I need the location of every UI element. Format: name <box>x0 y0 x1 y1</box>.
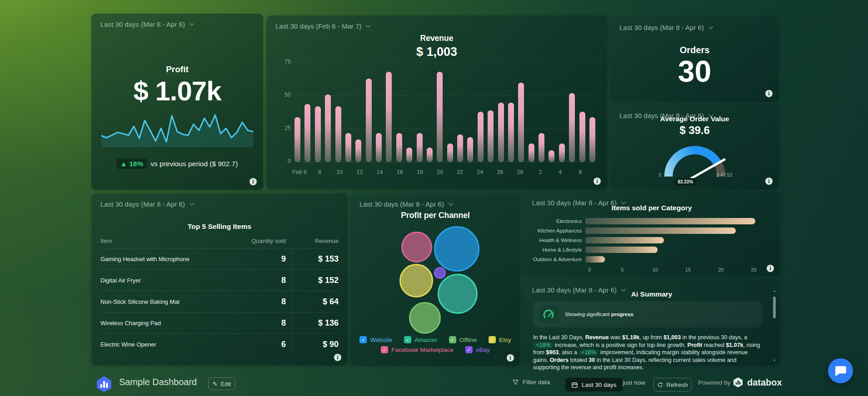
revenue-bar[interactable] <box>376 133 382 162</box>
table-row: Digital Air Fryer8$ 152 <box>100 269 339 291</box>
column-header-revenue: Revenue <box>292 233 339 248</box>
legend-item-ebay[interactable]: ✓eBay <box>465 346 490 353</box>
text-segment: Showing significant <box>565 312 611 317</box>
legend-item-website[interactable]: ✓Website <box>359 336 392 343</box>
revenue-bar[interactable] <box>498 103 504 162</box>
refresh-button[interactable]: Refresh <box>653 378 692 391</box>
revenue-bar[interactable] <box>508 103 514 162</box>
revenue-value: $ 1,003 <box>266 45 607 59</box>
category-bar-track <box>585 228 768 234</box>
global-date-range-button[interactable]: Last 30 days <box>565 378 623 391</box>
revenue-bar[interactable] <box>478 112 484 162</box>
databox-brand-link[interactable]: databox <box>733 377 782 388</box>
channel-bubble-amazon[interactable] <box>438 274 478 314</box>
scrollbar-thumb[interactable] <box>773 297 776 318</box>
revenue-bar[interactable] <box>467 137 473 162</box>
channel-bubble-website[interactable] <box>434 226 479 272</box>
footer-bar: Sample Dashboard ✎ Edit Filter data Last… <box>0 372 868 396</box>
top5-title: Top 5 Selling Items <box>91 223 348 231</box>
revenue-bar[interactable] <box>335 106 341 162</box>
revenue-bar[interactable] <box>569 93 575 162</box>
revenue-bar[interactable] <box>579 112 585 162</box>
category-bar[interactable] <box>585 218 755 224</box>
category-xtick-label: 0 <box>588 267 591 272</box>
revenue-bar[interactable] <box>518 83 524 162</box>
revenue-bar[interactable] <box>417 133 423 162</box>
category-bar[interactable] <box>585 237 664 243</box>
category-bar[interactable] <box>585 247 657 253</box>
top5-date-range-selector[interactable]: Last 30 days (Mar 8 - Apr 6) <box>100 200 193 208</box>
cell-revenue: $ 64 <box>292 291 339 312</box>
cell-item: Electric Wine Opener <box>100 341 241 348</box>
revenue-bar[interactable] <box>294 117 300 162</box>
revenue-bar[interactable] <box>386 72 392 162</box>
revenue-bar[interactable] <box>355 139 361 162</box>
info-icon[interactable]: i <box>249 178 257 185</box>
revenue-plot: 0255075 <box>294 63 595 162</box>
bar-chart-hexagon-icon <box>95 376 113 393</box>
channel-bubble-facebook-marketplace[interactable] <box>401 232 432 262</box>
scroll-down-arrow[interactable]: ▼ <box>772 359 777 362</box>
chevron-down-icon <box>190 201 194 205</box>
edit-button[interactable]: ✎ Edit <box>208 377 235 390</box>
average-order-value-card: Last 30 days (Mar 8 - Apr 6) Average Ord… <box>610 105 779 189</box>
info-icon[interactable]: i <box>594 178 601 185</box>
calendar-icon <box>572 382 578 388</box>
revenue-bar[interactable] <box>529 144 534 162</box>
aov-gauge: 0 $ 47.52 83.33% <box>656 139 733 182</box>
revenue-bar[interactable] <box>549 150 554 162</box>
revenue-bar[interactable] <box>589 117 595 162</box>
gauge-min-label: 0 <box>659 172 662 178</box>
text-segment: increase, which is a positive sign for t… <box>553 342 687 348</box>
channels-title: Profit per Channel <box>350 211 520 220</box>
chevron-down-icon <box>708 24 713 29</box>
orders-date-range-selector[interactable]: Last 30 days (Mar 8 - Apr 6) <box>619 24 712 31</box>
revenue-bar[interactable] <box>325 94 331 162</box>
checkbox-checked-icon: ✓ <box>359 336 367 343</box>
scroll-up-arrow[interactable]: ▲ <box>772 289 777 292</box>
legend-item-etsy[interactable]: ✓Etsy <box>489 336 511 343</box>
cell-quantity: 8 <box>241 297 292 307</box>
cell-item: Wireless Charging Pad <box>100 320 241 327</box>
filter-label: Filter data <box>523 379 550 386</box>
revenue-bar[interactable] <box>315 106 321 162</box>
chat-widget-button[interactable] <box>828 358 853 383</box>
channel-bubble-etsy[interactable] <box>399 264 433 297</box>
revenue-bar[interactable] <box>539 133 544 162</box>
channel-bubble-ebay[interactable] <box>434 267 446 279</box>
revenue-date-range-selector[interactable]: Last 30 days (Feb 6 - Mar 7) <box>275 22 369 30</box>
text-segment: in the previous 30 days, a <box>681 334 747 341</box>
revenue-bar[interactable] <box>457 134 463 162</box>
category-bar-track <box>585 256 768 262</box>
revenue-bar[interactable] <box>447 144 453 162</box>
revenue-bar[interactable] <box>396 133 402 162</box>
revenue-bar[interactable] <box>559 144 565 162</box>
category-bar[interactable] <box>585 256 605 262</box>
delta-value: 18% <box>129 160 143 168</box>
revenue-bar[interactable] <box>304 104 310 162</box>
revenue-bar[interactable] <box>366 79 372 162</box>
legend-item-amazon[interactable]: ✓Amazon <box>404 336 437 343</box>
info-icon[interactable]: i <box>767 265 774 272</box>
text-segment: Revenue <box>585 334 609 341</box>
channels-date-range-selector[interactable]: Last 30 days (Mar 8 - Apr 6) <box>359 200 452 208</box>
revenue-bar[interactable] <box>406 148 412 162</box>
legend-item-offline[interactable]: ✓Offline <box>449 336 477 343</box>
filter-data-button[interactable]: Filter data <box>513 379 550 386</box>
ai-summary-card: Last 30 days (Mar 8 - Apr 6) Ai Summary … <box>523 279 780 366</box>
info-icon[interactable]: i <box>507 354 514 361</box>
speedometer-icon <box>539 305 558 323</box>
category-bar[interactable] <box>585 228 736 234</box>
profit-date-range-selector[interactable]: Last 30 days (Mar 8 - Apr 6) <box>100 20 193 28</box>
channel-bubble-offline[interactable] <box>409 302 441 334</box>
legend-item-facebook-marketplace[interactable]: ✓Facebook Marketplace <box>381 346 454 353</box>
revenue-bar[interactable] <box>345 133 351 162</box>
info-icon[interactable]: i <box>765 90 773 97</box>
info-icon[interactable]: i <box>765 178 773 185</box>
revenue-bar[interactable] <box>437 72 443 162</box>
info-icon[interactable]: i <box>334 354 341 361</box>
revenue-bar[interactable] <box>427 148 433 162</box>
cell-item: Non-Stick Silicone Baking Mat <box>100 298 241 305</box>
delta-arrow-icon: ▲ <box>120 160 127 168</box>
revenue-bar[interactable] <box>488 110 494 162</box>
